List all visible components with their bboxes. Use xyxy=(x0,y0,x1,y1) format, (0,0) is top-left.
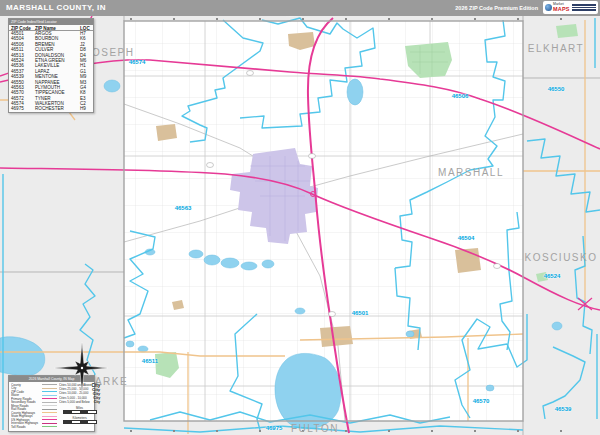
town-lapaz xyxy=(156,124,177,141)
scale-bar-miles: Miles xyxy=(59,406,100,414)
edition-label: 2026 ZIP Code Premium Edition xyxy=(455,5,538,11)
city-size-label: Cities 5,000 and Below xyxy=(59,400,94,404)
zip-code-cell: 46975 xyxy=(11,106,35,111)
town-nappanee xyxy=(556,24,578,38)
zip-table-body: 46501ARGOSH746504BOURBONK646506BREMENJ24… xyxy=(9,31,93,112)
legend-item-swatch xyxy=(42,416,57,417)
legend-item-label: Toll Roads xyxy=(11,425,41,429)
city-size-sample: City xyxy=(94,400,100,404)
logo-fine-print xyxy=(572,3,596,12)
col-loc: LOC xyxy=(80,26,91,30)
legend-item-swatch xyxy=(42,398,57,399)
highway-shield-icon xyxy=(207,163,214,168)
legend-line-items: CountyCityZIP CodeWaterPrimary RoadsSeco… xyxy=(11,383,57,429)
legend-item-swatch xyxy=(42,409,57,410)
legend-city-size-item: Cities 5,000 and BelowCity xyxy=(59,400,100,404)
loc-cell: H9 xyxy=(80,106,91,111)
lake-of-the-woods xyxy=(347,79,363,105)
logo-word-maps: MAPS xyxy=(553,7,570,13)
legend-item-swatch xyxy=(42,402,57,403)
legend-item-swatch xyxy=(42,419,57,420)
highway-shield-icon xyxy=(329,312,336,317)
zip-code-index-table: ZIP Code Index/Grid Locator ZIP Code ZIP… xyxy=(8,18,94,113)
table-row: 46975ROCHESTERH9 xyxy=(11,106,91,111)
marketmaps-logo: Market MAPS xyxy=(543,1,598,14)
globe-icon xyxy=(545,4,552,11)
scale-bar-kilometers: Kilometers xyxy=(59,416,100,424)
legend-item-swatch xyxy=(42,426,57,427)
page-title: MARSHALL COUNTY, IN xyxy=(6,3,106,12)
highway-shield-icon xyxy=(494,264,501,269)
legend-item: Toll Roads xyxy=(11,425,57,429)
town-argos xyxy=(320,326,353,347)
highway-shield-icon xyxy=(247,71,254,76)
legend-item-swatch xyxy=(42,412,57,413)
lake-maxinkuckee xyxy=(275,353,341,428)
header-bar: MARSHALL COUNTY, IN 2026 ZIP Code Premiu… xyxy=(0,0,600,16)
col-zip-name: ZIP Name xyxy=(35,26,80,30)
zip-name-cell: ROCHESTER xyxy=(35,106,80,111)
map-page: { "header": { "title": "MARSHALL COUNTY,… xyxy=(0,0,600,435)
legend-item-swatch xyxy=(42,405,57,406)
highway-shield-icon xyxy=(309,154,316,159)
compass-rose-icon xyxy=(52,338,112,398)
legend-item-swatch xyxy=(42,423,57,424)
col-zip-code: ZIP Code xyxy=(11,26,35,30)
